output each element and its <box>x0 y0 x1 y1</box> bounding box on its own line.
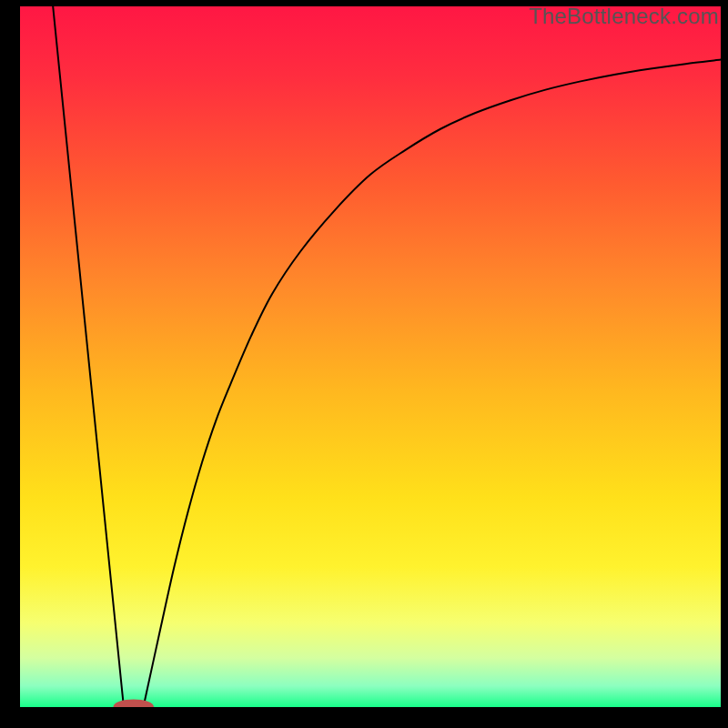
bottleneck-chart <box>20 6 721 707</box>
watermark-text: TheBottleneck.com <box>529 4 719 29</box>
gradient-background <box>20 6 721 707</box>
chart-frame: TheBottleneck.com <box>0 0 728 728</box>
